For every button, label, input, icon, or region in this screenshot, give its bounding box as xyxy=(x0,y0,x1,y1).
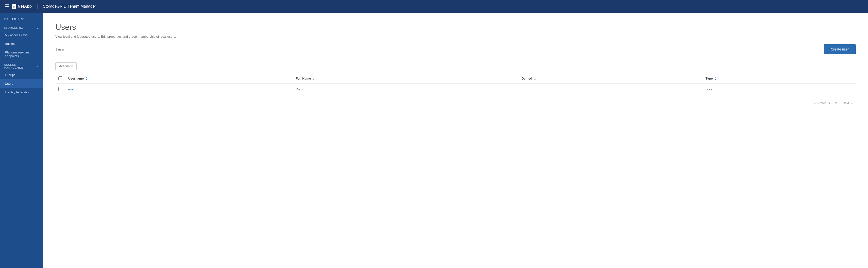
page-description: View local and federated users. Edit pro… xyxy=(55,35,856,38)
table-header-checkbox-cell xyxy=(55,74,65,84)
sidebar-item-dashboard[interactable]: DASHBOARD xyxy=(0,15,43,23)
row-checkbox[interactable] xyxy=(58,87,62,91)
current-page: 1 xyxy=(835,101,837,105)
sidebar-item-identity-federation[interactable]: Identity federation xyxy=(0,88,43,96)
sidebar-item-users[interactable]: Users xyxy=(0,79,43,88)
actions-row: Actions ▾ xyxy=(55,62,856,70)
row-denied xyxy=(519,84,703,95)
app-title: StorageGRID Tenant Manager xyxy=(43,4,96,9)
sidebar-my-access-keys-label: My access keys xyxy=(5,33,28,37)
access-management-chevron-icon: ▲ xyxy=(37,65,39,68)
pagination: ← Previous 1 Next → xyxy=(55,95,856,111)
actions-chevron-icon: ▾ xyxy=(71,64,73,68)
netapp-logo: n NetApp xyxy=(12,4,32,9)
sidebar-groups-label: Groups xyxy=(5,73,16,77)
storage-chevron-icon: ▲ xyxy=(37,27,39,29)
netapp-brand-name: NetApp xyxy=(18,4,32,9)
top-navigation: ☰ n NetApp | StorageGRID Tenant Manager xyxy=(0,0,868,13)
next-page-button[interactable]: Next → xyxy=(840,100,856,107)
previous-page-button[interactable]: ← Previous xyxy=(811,100,832,107)
main-layout: DASHBOARD STORAGE (S3) ▲ My access keys … xyxy=(0,13,868,268)
sidebar-identity-federation-label: Identity federation xyxy=(5,90,30,94)
sidebar-buckets-label: Buckets xyxy=(5,42,16,46)
row-username: root xyxy=(65,84,292,95)
table-header-denied: Denied ▲▼ xyxy=(519,74,703,84)
previous-label: Previous xyxy=(817,101,830,105)
table-header-full-name: Full Name ▲▼ xyxy=(292,74,519,84)
actions-button[interactable]: Actions ▾ xyxy=(55,62,76,70)
sidebar-dashboard-label: DASHBOARD xyxy=(4,17,24,21)
select-all-checkbox[interactable] xyxy=(58,77,62,80)
hamburger-menu-icon[interactable]: ☰ xyxy=(5,3,9,9)
toolbar-row: 1 user Create user xyxy=(55,44,856,57)
main-content: Users View local and federated users. Ed… xyxy=(43,13,868,268)
type-sort-icon[interactable]: ▲▼ xyxy=(715,77,716,81)
row-full-name: Root xyxy=(292,84,519,95)
user-count: 1 user xyxy=(55,48,64,51)
sidebar: DASHBOARD STORAGE (S3) ▲ My access keys … xyxy=(0,13,43,268)
nav-divider: | xyxy=(37,4,38,9)
access-management-section-label: ACCESS MANAGEMENT xyxy=(4,63,37,69)
sidebar-section-access-management[interactable]: ACCESS MANAGEMENT ▲ xyxy=(0,60,43,71)
actions-label: Actions xyxy=(59,64,70,68)
storage-section-label: STORAGE (S3) xyxy=(4,26,25,29)
username-sort-icon[interactable]: ▲▼ xyxy=(86,77,88,81)
sidebar-users-label: Users xyxy=(5,82,13,86)
sidebar-platform-services-label: Platform services endpoints xyxy=(5,51,39,58)
table-row: root Root Local xyxy=(55,84,856,95)
sidebar-item-buckets[interactable]: Buckets xyxy=(0,39,43,48)
row-type: Local xyxy=(703,84,856,95)
denied-sort-icon[interactable]: ▲▼ xyxy=(534,77,536,81)
next-label: Next xyxy=(842,101,849,105)
sidebar-section-storage[interactable]: STORAGE (S3) ▲ xyxy=(0,23,43,31)
table-header-row: Username ▲▼ Full Name ▲▼ Denied ▲▼ Type … xyxy=(55,74,856,84)
users-table: Username ▲▼ Full Name ▲▼ Denied ▲▼ Type … xyxy=(55,74,856,95)
prev-arrow-icon: ← xyxy=(813,101,816,105)
sidebar-item-my-access-keys[interactable]: My access keys xyxy=(0,31,43,39)
table-body: root Root Local xyxy=(55,84,856,95)
page-title: Users xyxy=(55,23,856,32)
sidebar-item-groups[interactable]: Groups xyxy=(0,71,43,79)
table-header-type: Type ▲▼ xyxy=(703,74,856,84)
table-header-username: Username ▲▼ xyxy=(65,74,292,84)
sidebar-item-platform-services-endpoints[interactable]: Platform services endpoints xyxy=(0,48,43,60)
row-checkbox-cell xyxy=(55,84,65,95)
username-link[interactable]: root xyxy=(68,87,74,91)
create-user-button[interactable]: Create user xyxy=(824,44,856,54)
next-arrow-icon: → xyxy=(850,101,853,105)
netapp-logo-box: n xyxy=(12,4,16,9)
full-name-sort-icon[interactable]: ▲▼ xyxy=(313,77,315,81)
